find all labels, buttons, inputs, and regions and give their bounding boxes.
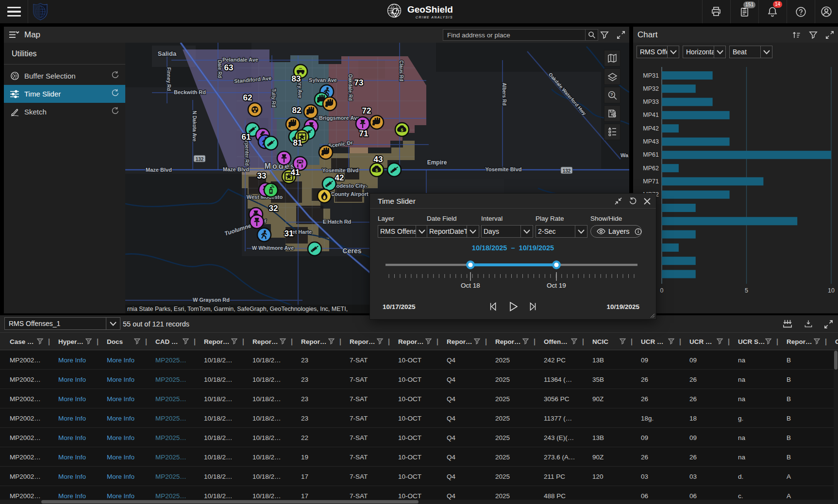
table-row-3[interactable]: MP2002…More InfoMore InfoMP2025…10/18/2……	[0, 408, 838, 428]
chart-bar-MP62[interactable]	[662, 164, 679, 172]
column-filter-icon[interactable]	[134, 338, 140, 346]
cell-r0-c2[interactable]: More Info	[107, 350, 134, 370]
crime-marker-pin[interactable]	[277, 151, 291, 165]
chart-bar-11[interactable]	[662, 217, 797, 225]
reset-icon[interactable]	[111, 107, 119, 117]
cell-r5-c1[interactable]: More Info	[58, 447, 86, 467]
map-tool-layers[interactable]	[604, 68, 620, 85]
dialog-header[interactable]: Time Slider	[370, 194, 656, 209]
map-tool-save-share[interactable]	[604, 105, 620, 122]
cell-r0-c1[interactable]: More Info	[58, 350, 86, 370]
print-button[interactable]	[702, 0, 730, 23]
chart-bar-14[interactable]	[662, 257, 696, 265]
table-expand-button[interactable]	[824, 320, 833, 329]
table-row-4[interactable]: MP2002…More InfoMore InfoMP2025…10/18/2……	[0, 428, 838, 447]
table-row-0[interactable]: MP2002…More InfoMore InfoMP2025…10/18/2……	[0, 350, 838, 370]
column-filter-icon[interactable]	[571, 338, 577, 346]
vertical-scrollbar[interactable]	[834, 350, 838, 500]
play-button[interactable]	[507, 300, 520, 313]
crime-marker-flame[interactable]	[318, 189, 331, 203]
step-back-button[interactable]	[487, 300, 500, 313]
cell-r2-c3[interactable]: MP2025…	[155, 389, 186, 408]
crime-marker-mask[interactable]	[248, 103, 262, 116]
cell-r6-c3[interactable]: MP2025…	[155, 467, 186, 486]
crime-marker-spray[interactable]	[264, 183, 278, 197]
cell-r3-c2[interactable]: More Info	[107, 408, 134, 428]
column-filter-icon[interactable]	[231, 338, 237, 346]
chart-filter-button[interactable]	[809, 31, 818, 39]
chart-bar-MP42[interactable]	[662, 124, 679, 132]
map-expand-button[interactable]	[617, 31, 625, 39]
slider-handle-2[interactable]	[552, 260, 561, 269]
reset-icon[interactable]	[111, 71, 119, 81]
column-filter-icon[interactable]	[717, 338, 723, 346]
reports-button[interactable]: 151	[730, 0, 758, 23]
crime-marker-fist[interactable]	[286, 117, 300, 131]
chart-bar-MP71[interactable]	[662, 177, 763, 185]
column-filter-icon[interactable]	[85, 338, 92, 346]
info-icon[interactable]	[635, 228, 642, 235]
search-button[interactable]	[586, 29, 598, 41]
crime-marker-fist[interactable]	[304, 105, 318, 118]
crime-marker-syringe[interactable]	[264, 136, 278, 150]
cell-r5-c2[interactable]: More Info	[107, 447, 134, 467]
panel-menu-icon[interactable]	[9, 31, 19, 39]
table-row-1[interactable]: MP2002…More InfoMore InfoMP2025…10/18/2……	[0, 370, 838, 389]
crime-marker-syringe[interactable]	[387, 163, 401, 177]
chart-bar-MP41[interactable]	[662, 111, 730, 119]
cell-r2-c1[interactable]: More Info	[58, 389, 86, 408]
chart-sort-button[interactable]	[792, 31, 801, 39]
utility-item-buffer-selection[interactable]: Buffer Selection	[4, 67, 125, 85]
field-select[interactable]: 2-Sec	[536, 225, 587, 238]
cell-r4-c1[interactable]: More Info	[58, 428, 86, 447]
chart-bar-12[interactable]	[662, 230, 696, 239]
cell-r5-c3[interactable]: MP2025…	[155, 447, 186, 467]
crime-marker-moneybag[interactable]: $	[370, 163, 384, 177]
map-tool-basemap[interactable]	[604, 50, 620, 66]
column-filter-icon[interactable]	[37, 338, 43, 346]
chart-bar-MP32[interactable]	[662, 84, 696, 93]
cell-r0-c3[interactable]: MP2025…	[155, 350, 186, 370]
layer-source-select[interactable]: RMS Offenses_1	[4, 317, 120, 330]
cell-r1-c1[interactable]: More Info	[58, 370, 86, 389]
crime-marker-fist[interactable]	[319, 146, 333, 159]
chart-bar-10[interactable]	[662, 204, 696, 212]
column-filter-icon[interactable]	[328, 338, 335, 346]
crime-marker-run[interactable]	[257, 228, 271, 242]
chart-bar-13[interactable]	[662, 244, 679, 252]
horizontal-scrollbar[interactable]	[0, 500, 838, 504]
column-filter-icon[interactable]	[814, 338, 820, 346]
cell-r2-c2[interactable]: More Info	[107, 389, 134, 408]
column-filter-icon[interactable]	[280, 338, 286, 346]
crime-marker-fist[interactable]	[323, 97, 336, 111]
dialog-collapse-button[interactable]	[614, 197, 622, 205]
export-all-button[interactable]	[782, 319, 793, 329]
cell-r1-c2[interactable]: More Info	[107, 370, 134, 389]
table-row-2[interactable]: MP2002…More InfoMore InfoMP2025…10/18/2……	[0, 389, 838, 408]
column-filter-icon[interactable]	[668, 338, 674, 346]
chart-bar-MP43[interactable]	[662, 138, 730, 146]
table-row-6[interactable]: MP2002…More InfoMore InfoMP2025…10/18/2……	[0, 467, 838, 486]
utility-item-time-slider[interactable]: Time Slider	[4, 85, 125, 103]
cell-r6-c1[interactable]: More Info	[58, 467, 86, 486]
horizontal-scrollbar-thumb[interactable]	[41, 500, 419, 504]
cell-r4-c2[interactable]: More Info	[107, 428, 134, 447]
chart-select-2[interactable]: Beat	[729, 46, 772, 58]
crime-marker-pin[interactable]	[356, 117, 369, 130]
notifications-button[interactable]: 14	[758, 0, 787, 23]
field-select[interactable]: ReportDateT	[427, 225, 479, 238]
slider-handle-1[interactable]	[466, 260, 475, 269]
map-tool-identify[interactable]: ?	[604, 87, 620, 103]
column-filter-icon[interactable]	[474, 338, 480, 346]
chart-bar-MP61[interactable]	[662, 151, 831, 159]
cell-r4-c3[interactable]: MP2025…	[155, 428, 186, 447]
dialog-reset-button[interactable]	[629, 197, 637, 205]
field-select[interactable]: RMS Offens	[378, 225, 428, 238]
resize-handle[interactable]	[650, 313, 655, 318]
vertical-scrollbar-thumb[interactable]	[834, 351, 838, 370]
reset-icon[interactable]	[111, 89, 119, 99]
help-button[interactable]	[787, 0, 815, 23]
column-filter-icon[interactable]	[377, 338, 383, 346]
chart-select-0[interactable]: RMS Offe	[637, 46, 679, 58]
column-filter-icon[interactable]	[425, 338, 432, 346]
